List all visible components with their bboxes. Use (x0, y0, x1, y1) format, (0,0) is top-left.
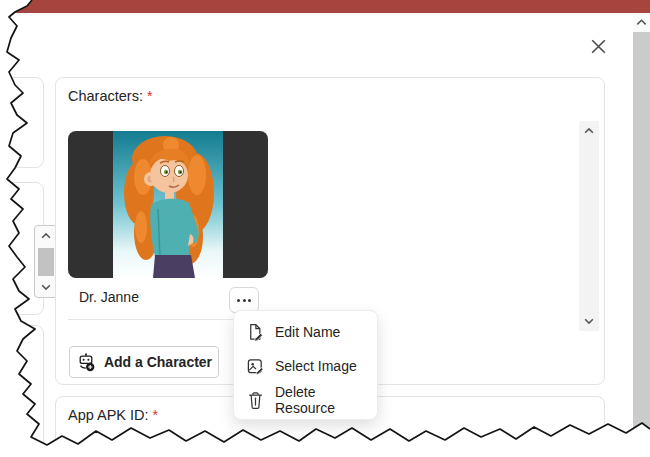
chevron-down-icon[interactable] (40, 281, 52, 293)
character-name: Dr. Janne (79, 289, 139, 305)
apk-label-text: App APK ID: (68, 407, 149, 423)
required-marker: * (147, 88, 152, 104)
window-accent-bar (0, 0, 650, 13)
character-portrait-image (113, 131, 223, 278)
window-scrollbar[interactable] (633, 13, 650, 457)
menu-item-edit-name[interactable]: Edit Name (234, 315, 377, 349)
add-character-label: Add a Character (104, 354, 212, 370)
window-scrollbar-thumb[interactable] (633, 32, 650, 457)
torn-left-panel-top (0, 77, 44, 168)
image-edit-icon (246, 357, 265, 376)
characters-label-text: Characters: (68, 88, 143, 104)
apk-label: App APK ID: * (68, 407, 158, 423)
ellipsis-horizontal-icon (237, 299, 240, 302)
menu-item-select-image[interactable]: Select Image (234, 349, 377, 383)
torn-left-panel-bottom (0, 325, 44, 457)
menu-item-label: Edit Name (275, 324, 340, 340)
menu-item-label: Delete Resource (275, 384, 365, 416)
character-context-menu: Edit Name Select Image Delete Resource (233, 310, 378, 420)
chevron-down-icon[interactable] (583, 315, 595, 327)
document-edit-icon (246, 323, 265, 342)
character-list-scrollbar[interactable] (579, 121, 599, 331)
character-tile[interactable] (68, 131, 268, 278)
add-character-button[interactable]: Add a Character (69, 346, 219, 378)
close-button[interactable] (586, 34, 610, 58)
left-panel-scrollbar-thumb[interactable] (38, 248, 54, 276)
close-icon (588, 36, 609, 57)
characters-label: Characters: * (68, 88, 152, 104)
screenshot-stage: Characters: * (0, 0, 650, 457)
chevron-up-icon[interactable] (583, 125, 595, 137)
chevron-up-icon[interactable] (635, 16, 648, 29)
bot-add-icon (76, 352, 96, 372)
trash-icon (246, 391, 265, 410)
menu-item-delete-resource[interactable]: Delete Resource (234, 383, 377, 417)
required-marker: * (153, 407, 158, 423)
chevron-up-icon[interactable] (40, 230, 52, 242)
menu-item-label: Select Image (275, 358, 357, 374)
